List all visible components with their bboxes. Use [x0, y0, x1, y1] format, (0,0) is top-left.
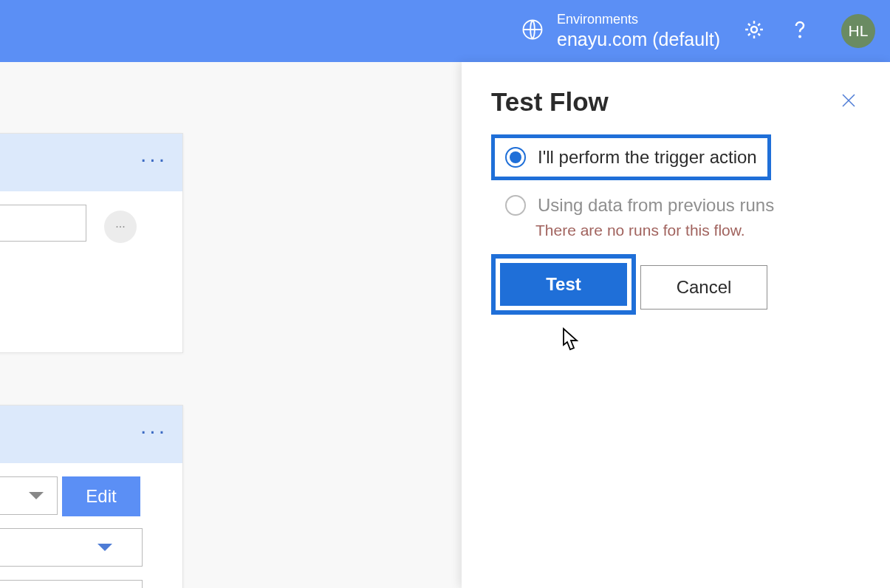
- edit-button[interactable]: Edit: [62, 476, 140, 516]
- test-button-highlight: Test: [491, 254, 636, 315]
- card-body-2: Edit: [0, 463, 182, 490]
- radio-group: I'll perform the trigger action Using da…: [491, 134, 860, 239]
- card2-row-partial[interactable]: [0, 580, 143, 588]
- radio-label-previous: Using data from previous runs: [538, 195, 774, 216]
- card2-dropdown[interactable]: [0, 476, 58, 515]
- more-icon[interactable]: ···: [140, 418, 168, 451]
- environment-text: Environments enayu.com (default): [557, 11, 720, 51]
- card1-input[interactable]: [0, 205, 86, 242]
- radio-option-manual[interactable]: I'll perform the trigger action: [491, 134, 771, 180]
- flow-step-card-2[interactable]: ··· Edit: [0, 405, 183, 588]
- radio-option-previous: Using data from previous runs: [491, 186, 860, 225]
- card-header-2: ···: [0, 406, 182, 463]
- radio-icon: [505, 147, 526, 168]
- help-button[interactable]: [788, 19, 812, 43]
- flow-step-card-1[interactable]: ··· ···: [0, 133, 183, 353]
- user-avatar[interactable]: HL: [841, 14, 875, 48]
- panel-title: Test Flow: [491, 87, 609, 117]
- svg-point-2: [799, 36, 801, 38]
- svg-point-1: [751, 27, 757, 33]
- test-button[interactable]: Test: [500, 263, 627, 306]
- cancel-button[interactable]: Cancel: [640, 265, 767, 310]
- card-body-1: ···: [0, 191, 182, 255]
- test-flow-panel: Test Flow I'll perform the trigger actio…: [462, 62, 890, 588]
- environment-picker[interactable]: Environments enayu.com (default): [521, 11, 720, 51]
- card2-expand-row[interactable]: [0, 528, 143, 567]
- close-button[interactable]: [837, 90, 860, 114]
- more-icon[interactable]: ···: [140, 146, 168, 179]
- main-canvas: ··· ··· ··· Edit Test Flow: [0, 62, 890, 588]
- question-icon: [789, 18, 811, 44]
- close-icon: [840, 92, 858, 112]
- panel-button-row: Test Cancel: [491, 254, 860, 315]
- chevron-down-icon: [29, 492, 44, 499]
- radio-label-manual: I'll perform the trigger action: [538, 147, 757, 168]
- radio-icon: [505, 195, 526, 216]
- environment-label: Environments: [557, 11, 720, 28]
- chevron-down-icon: [97, 544, 112, 551]
- settings-button[interactable]: [742, 19, 766, 43]
- card-header-1: ···: [0, 134, 182, 191]
- overflow-button[interactable]: ···: [104, 211, 137, 243]
- gear-icon: [743, 18, 765, 44]
- previous-runs-helper: There are no runs for this flow.: [535, 222, 860, 239]
- globe-icon: [521, 18, 544, 44]
- app-header: Environments enayu.com (default) HL: [0, 0, 890, 62]
- environment-value: enayu.com (default): [557, 28, 720, 51]
- panel-header: Test Flow: [491, 87, 860, 117]
